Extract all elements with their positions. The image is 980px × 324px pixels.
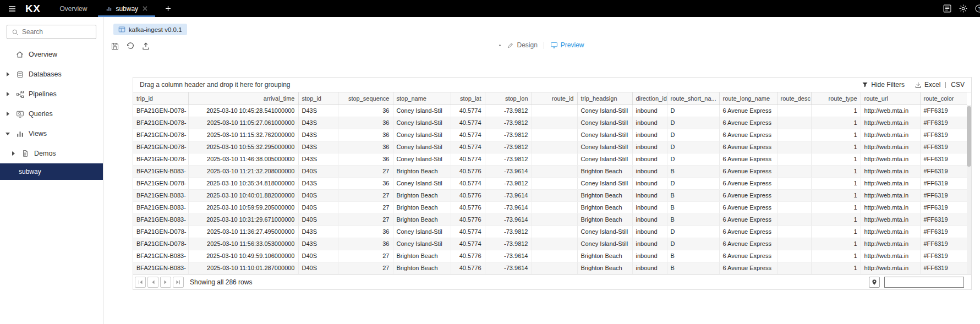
sidebar-item-overview[interactable]: Overview xyxy=(0,45,103,64)
column-header-trip_id[interactable]: trip_id xyxy=(133,92,188,105)
table-row[interactable]: BFA21GEN-B083-2025-03-10 10:49:59.106000… xyxy=(133,250,967,262)
column-header-route_url[interactable]: route_url xyxy=(861,92,920,105)
help-icon[interactable]: ? xyxy=(974,4,980,13)
cell-arrival_time: 2025-03-10 11:36:27.495000000 xyxy=(188,226,298,238)
pager-prev-button[interactable] xyxy=(147,277,158,288)
column-header-stop_lat[interactable]: stop_lat xyxy=(451,92,485,105)
release-notes-icon[interactable] xyxy=(943,4,952,13)
tab-overview[interactable]: Overview xyxy=(50,0,96,17)
sidebar-item-demos[interactable]: Demos xyxy=(0,144,103,163)
chevron-right-icon[interactable] xyxy=(4,72,11,76)
chevron-right-icon[interactable] xyxy=(10,151,17,156)
pager-next-button[interactable] xyxy=(160,277,171,288)
close-icon[interactable] xyxy=(143,6,147,11)
sidebar-item-queries[interactable]: Queries xyxy=(0,104,103,124)
cell-stop_sequence: 36 xyxy=(338,117,393,129)
chevron-right-icon[interactable] xyxy=(4,112,11,116)
chevron-down-icon[interactable] xyxy=(4,133,11,135)
cell-route_url: http://web.mta.in xyxy=(861,105,920,117)
cell-stop_name: Brighton Beach xyxy=(393,165,451,177)
column-header-arrival_time[interactable]: arrival_time xyxy=(188,92,298,105)
cell-trip_id: BFA21GEN-B083- xyxy=(133,250,188,262)
chevron-right-icon[interactable] xyxy=(4,92,11,96)
cell-trip_id: BFA21GEN-D078- xyxy=(133,117,188,129)
gear-icon[interactable] xyxy=(959,4,968,13)
cell-trip_id: BFA21GEN-D078- xyxy=(133,105,188,117)
table-row[interactable]: BFA21GEN-B083-2025-03-10 11:10:01.287000… xyxy=(133,262,967,274)
table-row[interactable]: BFA21GEN-D078-2025-03-10 11:36:27.495000… xyxy=(133,226,967,238)
excel-button[interactable]: Excel xyxy=(924,81,940,89)
main-content: kafka-ingest v0.0.1 Design xyxy=(103,17,980,324)
cell-stop_id: D40S xyxy=(298,165,338,177)
table-row[interactable]: BFA21GEN-D078-2025-03-10 11:15:32.762000… xyxy=(133,129,967,141)
column-header-route_type[interactable]: route_type xyxy=(811,92,861,105)
sidebar-item-databases[interactable]: Databases xyxy=(0,64,103,84)
cell-stop_lon: -73.9812 xyxy=(485,117,532,129)
cell-route_type: 1 xyxy=(811,226,861,238)
cell-trip_headsign: Brighton Beach xyxy=(577,189,632,201)
search-box[interactable] xyxy=(7,25,96,39)
cell-route_type: 1 xyxy=(811,141,861,153)
cell-route_type: 1 xyxy=(811,129,861,141)
sidebar-item-pipelines[interactable]: Pipelines xyxy=(0,84,103,104)
scrollbar-thumb[interactable] xyxy=(967,106,971,167)
search-input[interactable] xyxy=(22,28,91,36)
table-row[interactable]: BFA21GEN-D078-2025-03-10 10:35:34.818000… xyxy=(133,177,967,189)
hide-filters-button[interactable]: Hide Filters xyxy=(862,81,905,89)
table-row[interactable]: BFA21GEN-D078-2025-03-10 10:45:28.541000… xyxy=(133,105,967,117)
group-hint[interactable]: Drag a column header and drop it here fo… xyxy=(140,81,291,89)
preview-toggle[interactable]: Preview xyxy=(550,41,584,49)
cell-route_long_name: 6 Avenue Express xyxy=(719,189,777,201)
cell-route_color: #FF6319 xyxy=(920,262,967,274)
table-row[interactable]: BFA21GEN-B083-2025-03-10 10:59:59.205000… xyxy=(133,201,967,213)
table-row[interactable]: BFA21GEN-D078-2025-03-10 10:55:32.295000… xyxy=(133,141,967,153)
column-header-trip_headsign[interactable]: trip_headsign xyxy=(577,92,632,105)
column-header-route_long_name[interactable]: route_long_name xyxy=(719,92,777,105)
database-icon xyxy=(15,70,25,79)
cell-trip_headsign: Coney Island-Still xyxy=(577,238,632,250)
cell-direction_id: inbound xyxy=(632,141,667,153)
cell-arrival_time: 2025-03-10 10:35:34.818000000 xyxy=(188,177,298,189)
kafka-ingest-chip[interactable]: kafka-ingest v0.0.1 xyxy=(113,24,187,35)
cell-direction_id: inbound xyxy=(632,226,667,238)
pager-last-button[interactable] xyxy=(173,277,184,288)
column-header-route_id[interactable]: route_id xyxy=(532,92,577,105)
table-row[interactable]: BFA21GEN-D078-2025-03-10 11:56:33.053000… xyxy=(133,238,967,250)
cell-stop_id: D43S xyxy=(298,141,338,153)
column-header-stop_id[interactable]: stop_id xyxy=(298,92,338,105)
table-row[interactable]: BFA21GEN-B083-2025-03-10 11:21:32.208000… xyxy=(133,165,967,177)
column-header-route_short_na[interactable]: route_short_na... xyxy=(667,92,719,105)
view-icon xyxy=(106,6,112,12)
sidebar-item-views[interactable]: Views xyxy=(0,124,103,144)
column-header-route_desc[interactable]: route_desc xyxy=(777,92,811,105)
cell-route_short_na: D xyxy=(667,226,719,238)
topbar: KX Overview subway ? xyxy=(0,0,980,17)
table-row[interactable]: BFA21GEN-B083-2025-03-10 10:31:29.671000… xyxy=(133,213,967,226)
grid-footer-input[interactable] xyxy=(884,277,964,288)
csv-button[interactable]: CSV xyxy=(951,81,965,89)
menu-icon[interactable] xyxy=(0,0,24,17)
cell-route_id xyxy=(532,226,577,238)
cell-stop_sequence: 27 xyxy=(338,213,393,226)
cell-route_long_name: 6 Avenue Express xyxy=(719,153,777,165)
add-tab-button[interactable] xyxy=(157,0,179,17)
sidebar-item-label: Queries xyxy=(29,110,53,118)
column-header-direction_id[interactable]: direction_id xyxy=(632,92,667,105)
design-toggle[interactable]: Design xyxy=(507,41,537,49)
cell-trip_id: BFA21GEN-D078- xyxy=(133,153,188,165)
map-pin-button[interactable] xyxy=(869,277,880,288)
cell-stop_name: Brighton Beach xyxy=(393,262,451,274)
column-header-stop_name[interactable]: stop_name xyxy=(393,92,451,105)
tab-subway[interactable]: subway xyxy=(96,0,157,17)
vertical-scrollbar[interactable] xyxy=(967,105,971,274)
pager-first-button[interactable] xyxy=(135,277,146,288)
table-row[interactable]: BFA21GEN-B083-2025-03-10 10:40:01.882000… xyxy=(133,189,967,201)
table-row[interactable]: BFA21GEN-D078-2025-03-10 11:46:38.005000… xyxy=(133,153,967,165)
sidebar-item-subway[interactable]: subway xyxy=(0,163,103,180)
table-row[interactable]: BFA21GEN-D078-2025-03-10 11:05:27.061000… xyxy=(133,117,967,129)
column-header-stop_sequence[interactable]: stop_sequence xyxy=(338,92,393,105)
column-header-stop_lon[interactable]: stop_lon xyxy=(485,92,532,105)
cell-stop_lon: -73.9812 xyxy=(485,153,532,165)
cell-trip_headsign: Brighton Beach xyxy=(577,262,632,274)
column-header-route_color[interactable]: route_color xyxy=(920,92,967,105)
